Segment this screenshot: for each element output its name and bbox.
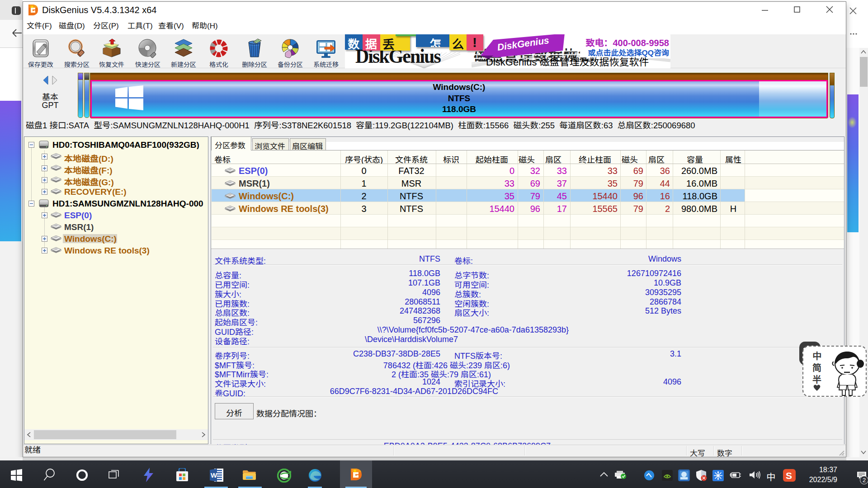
svg-text:W: W (211, 471, 217, 479)
svg-text:S: S (786, 470, 792, 481)
